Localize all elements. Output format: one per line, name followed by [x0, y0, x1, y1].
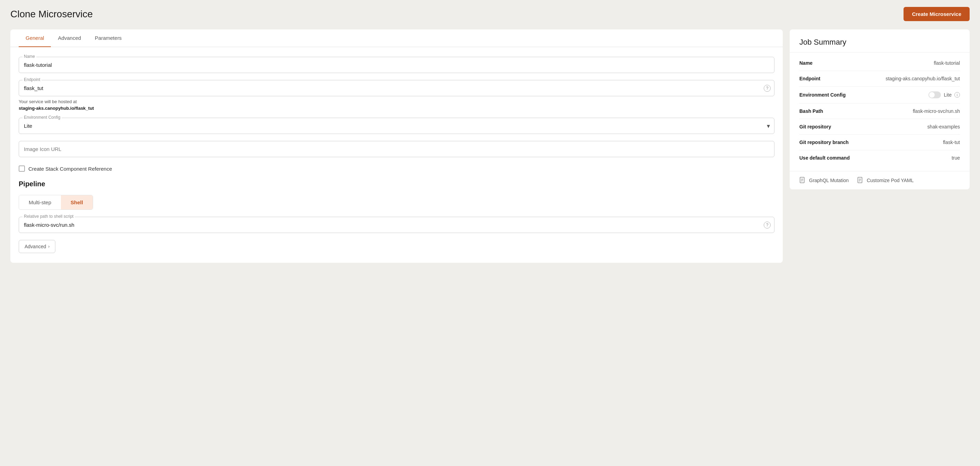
summary-row-env-config: Environment Config Lite i [799, 86, 960, 104]
env-config-label: Environment Config [22, 115, 62, 120]
summary-row-git-branch: Git repository branch flask-tut [799, 135, 960, 150]
summary-val-env-config: Lite [943, 92, 951, 97]
summary-key-bash-path: Bash Path [799, 109, 823, 114]
page-header: Clone Microservice Create Microservice [10, 7, 970, 21]
right-panel: Job Summary Name flask-tutorial Endpoint… [790, 29, 970, 189]
advanced-button[interactable]: Advanced › [19, 240, 56, 253]
tab-general[interactable]: General [19, 29, 51, 47]
summary-row-bash-path: Bash Path flask-micro-svc/run.sh [799, 104, 960, 119]
summary-title: Job Summary [790, 29, 970, 53]
pipeline-tabs: Multi-step Shell [19, 195, 93, 210]
summary-key-name: Name [799, 60, 813, 66]
image-icon-url-wrapper [19, 141, 775, 157]
shell-script-label: Relative path to shell script [22, 214, 75, 219]
advanced-button-label: Advanced [25, 244, 46, 249]
env-config-select[interactable]: Lite [19, 118, 774, 134]
summary-val-endpoint: staging-aks.canopyhub.io/flask_tut [886, 76, 960, 81]
summary-row-endpoint: Endpoint staging-aks.canopyhub.io/flask_… [799, 71, 960, 86]
pipeline-tab-shell[interactable]: Shell [61, 195, 93, 209]
hosting-text: Your service will be hosted at [19, 99, 775, 104]
checkbox-label: Create Stack Component Reference [29, 166, 112, 172]
endpoint-label: Endpoint [22, 77, 41, 82]
summary-footer: GraphQL Mutation Customize Pod YAML [790, 171, 970, 189]
graphql-mutation-icon [799, 177, 806, 184]
tab-parameters[interactable]: Parameters [88, 29, 129, 47]
main-content: General Advanced Parameters Name Endpoin… [10, 29, 970, 263]
shell-script-help-icon[interactable]: ? [764, 222, 771, 228]
name-field-wrapper: Name [19, 57, 775, 73]
summary-val-bash-path: flask-micro-svc/run.sh [913, 109, 960, 114]
summary-val-default-cmd: true [951, 155, 960, 161]
tabs: General Advanced Parameters [10, 29, 783, 47]
shell-script-wrapper: Relative path to shell script ? [19, 217, 775, 233]
endpoint-field-wrapper: Endpoint ? [19, 80, 775, 96]
form-body: Name Endpoint ? Your service will be hos… [10, 47, 783, 263]
summary-key-endpoint: Endpoint [799, 76, 821, 81]
summary-key-env-config: Environment Config [799, 92, 846, 97]
env-config-toggle[interactable] [928, 91, 941, 98]
summary-row-git-repo: Git repository shak-examples [799, 119, 960, 135]
env-config-wrapper: Environment Config Lite ▾ [19, 118, 775, 134]
advanced-arrow-icon: › [48, 244, 49, 249]
shell-script-input[interactable] [19, 217, 764, 233]
endpoint-help-icon[interactable]: ? [764, 85, 771, 92]
env-config-val: Lite i [928, 91, 960, 98]
name-label: Name [22, 54, 37, 59]
graphql-mutation-label: GraphQL Mutation [809, 178, 849, 183]
summary-rows: Name flask-tutorial Endpoint staging-aks… [790, 53, 970, 171]
summary-val-name: flask-tutorial [934, 60, 960, 66]
env-config-info-icon[interactable]: i [955, 92, 960, 97]
hosting-url: staging-aks.canopyhub.io/flask_tut [19, 105, 775, 111]
summary-row-name: Name flask-tutorial [799, 55, 960, 71]
summary-val-git-branch: flask-tut [943, 139, 960, 145]
left-panel: General Advanced Parameters Name Endpoin… [10, 29, 783, 263]
summary-key-git-branch: Git repository branch [799, 139, 848, 145]
summary-key-git-repo: Git repository [799, 124, 831, 129]
summary-key-default-cmd: Use default command [799, 155, 850, 161]
endpoint-input[interactable] [19, 80, 764, 96]
pipeline-tab-multistep[interactable]: Multi-step [19, 195, 61, 209]
create-stack-ref-checkbox[interactable] [19, 166, 25, 172]
create-microservice-button[interactable]: Create Microservice [904, 7, 970, 21]
summary-val-git-repo: shak-examples [928, 124, 960, 129]
summary-row-default-cmd: Use default command true [799, 150, 960, 166]
pipeline-section-title: Pipeline [19, 180, 775, 188]
tab-advanced[interactable]: Advanced [51, 29, 88, 47]
checkbox-row: Create Stack Component Reference [19, 166, 775, 172]
page-title: Clone Microservice [10, 9, 93, 20]
customize-pod-yaml-icon [857, 177, 864, 184]
graphql-mutation-button[interactable]: GraphQL Mutation [799, 177, 849, 184]
customize-pod-yaml-label: Customize Pod YAML [867, 178, 914, 183]
image-icon-url-input[interactable] [19, 141, 774, 157]
name-input[interactable] [19, 57, 774, 73]
customize-pod-yaml-button[interactable]: Customize Pod YAML [857, 177, 914, 184]
